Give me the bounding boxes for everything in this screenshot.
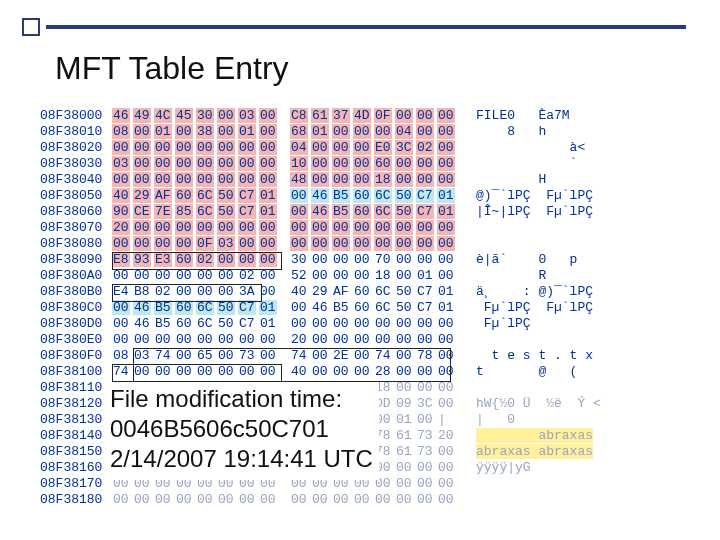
hex-byte: 00	[112, 332, 133, 348]
hex-ascii	[476, 332, 626, 348]
hex-byte: 02	[196, 252, 217, 268]
hex-byte: 00	[133, 172, 154, 188]
hex-byte: 00	[311, 492, 332, 508]
hex-offset: 08F38180	[40, 492, 112, 508]
hex-byte: 74	[290, 348, 311, 364]
hex-byte: 00	[332, 332, 353, 348]
hex-byte: 00	[332, 220, 353, 236]
hex-byte: 00	[353, 492, 374, 508]
hex-offset: 08F38160	[40, 460, 112, 476]
hex-byte: 00	[238, 172, 259, 188]
hex-ascii: ä¸ : @)¯`lPÇ	[476, 284, 626, 300]
hex-byte: 01	[259, 300, 280, 316]
hex-row: 08F3800046494C4530000300C861374D0F000000…	[40, 108, 626, 124]
hex-byte: 00	[217, 220, 238, 236]
hex-byte: 00	[154, 364, 175, 380]
hex-byte: 08	[112, 348, 133, 364]
hex-byte: E0	[374, 140, 395, 156]
hex-byte: 00	[154, 492, 175, 508]
hex-byte: 74	[112, 364, 133, 380]
hex-byte: 00	[332, 252, 353, 268]
hex-byte: 00	[353, 124, 374, 140]
hex-byte: 48	[290, 172, 311, 188]
hex-byte: 00	[332, 268, 353, 284]
hex-byte: 00	[374, 220, 395, 236]
hex-byte: 00	[395, 172, 416, 188]
hex-byte: 50	[217, 316, 238, 332]
hex-byte: 00	[196, 492, 217, 508]
hex-byte: 00	[395, 364, 416, 380]
hex-byte: 00	[332, 156, 353, 172]
hex-offset: 08F38030	[40, 156, 112, 172]
hex-byte: E3	[154, 252, 175, 268]
hex-byte: 00	[238, 220, 259, 236]
hex-byte: 00	[416, 316, 437, 332]
hex-byte: 00	[175, 140, 196, 156]
hex-byte: 00	[290, 316, 311, 332]
hex-byte: 00	[154, 268, 175, 284]
hex-byte: 01	[437, 284, 458, 300]
hex-byte: 60	[353, 284, 374, 300]
callout-line1: File modification time:	[110, 384, 373, 414]
hex-byte: C7	[238, 204, 259, 220]
hex-byte: 6C	[374, 188, 395, 204]
hex-byte: C7	[238, 188, 259, 204]
hex-byte: 00	[217, 332, 238, 348]
hex-byte: 00	[437, 252, 458, 268]
hex-byte: 00	[238, 364, 259, 380]
hex-byte: 00	[133, 220, 154, 236]
hex-byte: 4D	[353, 108, 374, 124]
hex-byte: 00	[437, 124, 458, 140]
hex-byte: 6C	[374, 284, 395, 300]
hex-byte: 00	[154, 236, 175, 252]
hex-ascii: hW{½0 Ü ½ë Ý <	[476, 396, 626, 412]
hex-byte: 00	[395, 220, 416, 236]
hex-byte: 00	[311, 156, 332, 172]
hex-byte: 00	[437, 332, 458, 348]
hex-byte: 6C	[196, 300, 217, 316]
hex-byte: C7	[238, 316, 259, 332]
hex-byte: 00	[259, 348, 280, 364]
hex-byte: 00	[374, 236, 395, 252]
hex-byte: 00	[175, 284, 196, 300]
hex-byte: 00	[112, 492, 133, 508]
hex-byte: 00	[416, 364, 437, 380]
hex-byte: 00	[353, 140, 374, 156]
hex-byte: 00	[154, 172, 175, 188]
hex-byte: 40	[290, 364, 311, 380]
hex-row: 08F3803003000000000000001000000060000000…	[40, 156, 626, 172]
hex-byte: 00	[217, 492, 238, 508]
hex-byte: 00	[259, 140, 280, 156]
hex-byte: 00	[175, 268, 196, 284]
hex-offset: 08F38130	[40, 412, 112, 428]
hex-byte: 00	[133, 268, 154, 284]
hex-byte: 00	[416, 380, 437, 396]
hex-byte: 00	[374, 124, 395, 140]
hex-byte: 50	[395, 284, 416, 300]
hex-byte: 00	[437, 108, 458, 124]
hex-byte: 00	[374, 492, 395, 508]
hex-ascii	[476, 476, 626, 492]
hex-byte: 00	[437, 236, 458, 252]
hex-byte: 00	[416, 108, 437, 124]
hex-byte: 00	[416, 236, 437, 252]
hex-byte: 00	[416, 412, 437, 428]
hex-byte: 00	[332, 172, 353, 188]
hex-byte: 00	[112, 140, 133, 156]
hex-byte: 3C	[395, 140, 416, 156]
hex-byte: 00	[416, 476, 437, 492]
hex-byte: 00	[437, 220, 458, 236]
hex-byte: C8	[290, 108, 311, 124]
hex-ascii	[476, 220, 626, 236]
hex-ascii: 8 h	[476, 124, 626, 140]
hex-byte: 29	[311, 284, 332, 300]
hex-row: 08F3801008000100380001006801000000040000…	[40, 124, 626, 140]
hex-byte: 01	[259, 316, 280, 332]
hex-byte: 02	[154, 284, 175, 300]
hex-offset: 08F38150	[40, 444, 112, 460]
hex-byte: 00	[196, 172, 217, 188]
hex-byte: 00	[133, 364, 154, 380]
hex-byte: 00	[154, 220, 175, 236]
hex-byte: 09	[395, 396, 416, 412]
hex-offset: 08F38060	[40, 204, 112, 220]
